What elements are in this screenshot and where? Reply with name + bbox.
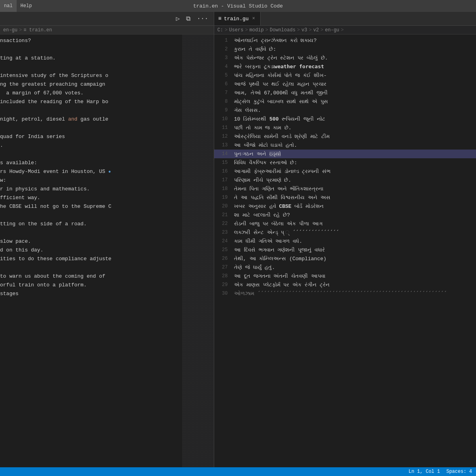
title-bar: nal Help train.en - Visual Studio Code <box>0 0 476 12</box>
left-breadcrumb: en-gu > ≡ train.en <box>0 26 214 35</box>
bc-sep2: > <box>245 27 248 33</box>
minimap-content <box>182 35 214 467</box>
right-line-27: 27તેણે જે ધાર્યું હતું. <box>214 263 476 272</box>
tab-file-icon: ≡ <box>218 15 221 22</box>
right-line-17: 17પરિણામ નીચે પ્રમાણે છે. <box>214 176 476 184</box>
bc-sep3: > <box>265 27 268 33</box>
right-line-9: 9ગેસ લેસસ. <box>214 106 476 115</box>
right-line-24: 24કામ ધીમી ગતિએ આગળ વધે. <box>214 237 476 246</box>
right-line-28: 28આ દૂત જગતના અંતની ચેતવણી આપવા <box>214 272 476 280</box>
right-line-2: 2કુરાન તે વર્ણવે છે: <box>214 45 476 54</box>
right-line-6: 6આજે પૃથ્વી પર થઈ રહેલા મહાન પ્રચાર <box>214 80 476 88</box>
right-line-5: 5પાંચ મહિનાના કોર્સમાં પોતે જ કંઈ શીખ- <box>214 71 476 80</box>
menu-bar[interactable]: nal Help <box>0 0 36 12</box>
tab-bar: ≡ train.gu × <box>214 12 476 26</box>
breadcrumb-part-engu[interactable]: en-gu <box>3 27 17 33</box>
bc-c[interactable]: C: <box>217 27 223 33</box>
right-line-23: 23લક્ઝરી સેન્ટ એન્ડ્ પ્ ્ ́ ́ ́ ́ ́ ́ ́ … <box>214 228 476 237</box>
menu-help[interactable]: Help <box>17 0 36 12</box>
right-line-12: 12ઓસ્ટ્રેલિયા સામેની વનડે શ્રેણી માટે ટી… <box>214 132 476 141</box>
left-minimap <box>182 35 214 467</box>
right-line-25: 25આ દિવસે ભગવાન ગણેશની પૂજાનું વધારે <box>214 246 476 254</box>
right-line-3: 3એક પેસેન્જર ટ્રેન સ્ટેશન પર બેઠેલું છે. <box>214 54 476 62</box>
main-area: ▷ ⧉ ··· en-gu > ≡ train.en nsactions? ti… <box>0 12 476 467</box>
menu-nal[interactable]: nal <box>0 0 17 12</box>
more-actions-icon[interactable]: ··· <box>195 14 210 23</box>
window-title: train.en - Visual Studio Code <box>193 3 283 9</box>
bc-sep4: > <box>297 27 300 33</box>
bc-v2[interactable]: v2 <box>313 27 319 33</box>
bc-users[interactable]: Users <box>229 27 244 33</box>
status-spaces[interactable]: Spaces: 4 <box>446 469 472 474</box>
right-breadcrumb: C: > Users > modip > Downloads > v3 > v2… <box>214 26 476 35</box>
right-line-15: 15વિવિધ વૈકલ્પિક રસ્તાઓ છે: <box>214 158 476 167</box>
split-editor-icon[interactable]: ⧉ <box>184 14 192 23</box>
right-editor-content: 1ઓનલાઈન ટ્રાન્ઝેક્શન કરો શકાય? 2કુરાન તે… <box>214 35 476 299</box>
right-line-10: 1010 ડિસેમ્બરથી 500 રૂપિયની જૂની નોટ <box>214 115 476 123</box>
right-line-14: 14પુનઃગઠન અને ઇડ્યો <box>214 150 476 158</box>
right-line-20: 20ખબર અનુસાર હવે CBSE બોર્ડ મોડરેશન <box>214 202 476 211</box>
status-ln-col[interactable]: Ln 1, Col 1 <box>409 469 440 474</box>
right-line-13: 13આ બીજો મોટો ઘડાકો હતો. <box>214 141 476 150</box>
right-line-29: 29એક માણસ પ્લેટફોર્મ પર એક રંગીન ટ્રેન <box>214 280 476 289</box>
bc-sep6: > <box>321 27 323 33</box>
right-code-editor[interactable]: 1ઓનલાઈન ટ્રાન્ઝેક્શન કરો શકાય? 2કુરાન તે… <box>214 35 476 467</box>
tab-train-gu[interactable]: ≡ train.gu × <box>214 12 261 25</box>
right-line-7: 7આમ, તેઓ 67,000થી વધુ મતથી જીતી <box>214 88 476 97</box>
right-line-4: 4ભારે બરફના ટૂકડાweather forecast <box>214 62 476 71</box>
status-bar: Ln 1, Col 1 Spaces: 4 <box>0 467 476 476</box>
right-line-22: 22રોડની બાજુ પર બેઠેલા એક પીળા આગ <box>214 219 476 228</box>
tab-label: train.gu <box>224 16 248 22</box>
breadcrumb-part-train[interactable]: ≡ train.en <box>23 27 52 33</box>
left-toolbar: ▷ ⧉ ··· <box>0 12 214 26</box>
right-line-30: 30ઓળઝામ ́ ́ ́ ́ ́ ́ ́ ́ ́ ́ ́ ́ ́ ́ ́ ́ … <box>214 289 476 298</box>
run-icon[interactable]: ▷ <box>175 14 182 23</box>
bc-modip[interactable]: modip <box>250 27 264 33</box>
left-code-editor[interactable]: nsactions? ting at a station. intensive … <box>0 35 214 467</box>
bc-sep5: > <box>309 27 311 33</box>
bc-downloads[interactable]: Downloads <box>270 27 296 33</box>
right-line-21: 21શા માટે બદલાતી રહે છે? <box>214 211 476 219</box>
left-editor-pane: ▷ ⧉ ··· en-gu > ≡ train.en nsactions? ti… <box>0 12 214 467</box>
right-line-1: 1ઓનલાઈન ટ્રાન્ઝેક્શન કરો શકાય? <box>214 36 476 45</box>
right-line-16: 16આગામી ફેબ્રુઆરીમાં ડોનાલ્ડ ટ્રમ્પની સં… <box>214 167 476 176</box>
right-line-19: 19તે આ પદ્ધતિ સૌથી વિશ્વસનીય અને અસ <box>214 193 476 202</box>
right-line-26: 26તેથી, આ કોમ્પ્લિઅન્સ (Compliance) <box>214 254 476 263</box>
bc-v3[interactable]: v3 <box>301 27 307 33</box>
right-editor-pane: ≡ train.gu × C: > Users > modip > Downlo… <box>214 12 476 467</box>
bc-sep1: > <box>225 27 227 33</box>
breadcrumb-sep-1: > <box>19 27 22 33</box>
bc-engu[interactable]: en-gu <box>325 27 339 33</box>
tab-close-button[interactable]: × <box>251 15 256 22</box>
right-line-11: 11પછી તો કામ જ કામ છે. <box>214 123 476 132</box>
right-line-8: 8મોટ્સેલ કુટુંબે બાઇબલ સાથે સાથે એ પુસ <box>214 97 476 106</box>
bc-sep7: > <box>341 27 344 33</box>
right-line-18: 18તેમના પિતા ગણિત અને ભૌતિકશાસ્ત્રના <box>214 184 476 193</box>
